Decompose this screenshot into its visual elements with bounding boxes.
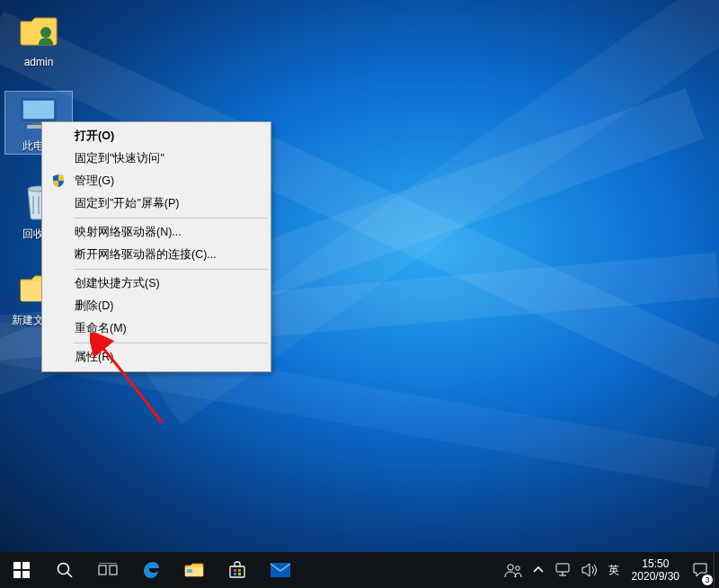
- user-folder-icon: [17, 9, 60, 52]
- ctx-rename[interactable]: 重命名(M): [44, 317, 269, 340]
- svg-point-23: [507, 565, 512, 570]
- task-view-button[interactable]: [86, 552, 129, 588]
- network-icon: [555, 563, 571, 577]
- svg-point-10: [58, 564, 69, 575]
- svg-point-24: [515, 566, 519, 571]
- ctx-disconnect-network-drive[interactable]: 断开网络驱动器的连接(C)...: [44, 244, 269, 266]
- shield-icon: [51, 174, 66, 188]
- edge-icon: [141, 560, 161, 580]
- search-button[interactable]: [43, 552, 86, 588]
- ctx-map-network-drive[interactable]: 映射网络驱动器(N)...: [44, 221, 269, 244]
- notification-badge: 3: [702, 575, 713, 585]
- ctx-create-shortcut[interactable]: 创建快捷方式(S): [44, 272, 269, 295]
- speaker-icon: [581, 563, 598, 577]
- svg-point-0: [40, 27, 51, 38]
- file-explorer-button[interactable]: [173, 552, 216, 588]
- context-menu: 打开(O) 固定到"快速访问" 管理(G) 固定到"开始"屏幕(P) 映射网络驱…: [41, 121, 271, 372]
- people-icon: [504, 562, 522, 578]
- svg-rect-7: [22, 562, 30, 569]
- microsoft-store-button[interactable]: [216, 552, 259, 588]
- svg-rect-6: [13, 562, 21, 569]
- mail-icon: [270, 562, 291, 578]
- svg-rect-13: [110, 566, 117, 575]
- search-icon: [56, 561, 74, 579]
- ctx-pin-quick-access[interactable]: 固定到"快速访问": [44, 147, 269, 170]
- svg-rect-16: [187, 569, 192, 573]
- file-explorer-icon: [184, 562, 204, 578]
- ctx-open[interactable]: 打开(O): [44, 125, 269, 147]
- show-desktop-button[interactable]: [714, 552, 719, 588]
- svg-rect-20: [234, 573, 236, 575]
- ctx-delete[interactable]: 删除(D): [44, 295, 269, 317]
- ctx-properties[interactable]: 属性(R): [44, 346, 269, 369]
- admin-user-folder[interactable]: admin: [5, 9, 72, 68]
- svg-rect-8: [13, 571, 21, 578]
- ime-language-label: 英: [608, 563, 619, 578]
- mail-button[interactable]: [259, 552, 302, 588]
- svg-rect-22: [271, 563, 290, 577]
- svg-rect-21: [238, 573, 241, 575]
- volume-button[interactable]: [576, 552, 603, 588]
- svg-line-11: [67, 573, 72, 577]
- edge-button[interactable]: [129, 552, 173, 588]
- svg-rect-2: [23, 101, 54, 119]
- svg-rect-9: [22, 571, 30, 578]
- store-icon: [228, 561, 246, 579]
- clock-time: 15:50: [632, 557, 679, 570]
- action-center-button[interactable]: 3: [687, 552, 714, 588]
- clock-button[interactable]: 15:50 2020/9/30: [625, 557, 687, 583]
- svg-rect-25: [556, 564, 569, 572]
- windows-logo-icon: [13, 562, 30, 578]
- ctx-separator: [75, 218, 268, 218]
- chevron-up-icon: [533, 565, 544, 575]
- clock-date: 2020/9/30: [632, 570, 679, 583]
- ime-button[interactable]: 英: [603, 552, 625, 588]
- tray-overflow-button[interactable]: [528, 552, 549, 588]
- ctx-manage[interactable]: 管理(G): [44, 170, 269, 192]
- start-button[interactable]: [0, 552, 43, 588]
- desktop[interactable]: admin 此电脑 回收站: [0, 0, 719, 552]
- ctx-pin-start[interactable]: 固定到"开始"屏幕(P): [44, 192, 269, 215]
- ctx-separator: [75, 269, 268, 270]
- icon-label: admin: [5, 56, 72, 68]
- network-button[interactable]: [549, 552, 576, 588]
- svg-rect-12: [99, 566, 106, 575]
- ctx-separator: [75, 343, 268, 343]
- taskbar: 英 15:50 2020/9/30 3: [0, 552, 719, 588]
- people-button[interactable]: [499, 552, 528, 588]
- svg-rect-17: [230, 566, 244, 577]
- task-view-icon: [98, 563, 118, 577]
- svg-rect-19: [238, 569, 241, 572]
- svg-rect-18: [234, 569, 236, 572]
